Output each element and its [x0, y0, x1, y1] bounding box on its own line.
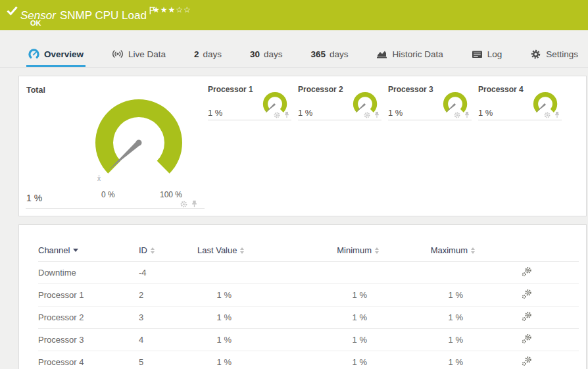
- column-header-settings: [475, 245, 579, 262]
- gauge-arc: [443, 92, 467, 112]
- tab-bar: Overview Live Data 2 days 30 days 365 da…: [0, 41, 588, 68]
- gauge-label: Processor 2: [298, 85, 343, 94]
- gauge-cell-processor-1: Processor 1 1 %: [208, 77, 291, 120]
- total-gauge: x̄: [83, 97, 195, 195]
- channel-settings-gears-icon[interactable]: [522, 266, 532, 277]
- channel-id: 2: [139, 284, 197, 307]
- tab-historic-data[interactable]: Historic Data: [374, 41, 445, 67]
- gauge-pin-icon[interactable]: [554, 111, 560, 118]
- gauge-arc: [533, 92, 557, 112]
- gauge-settings-gear-icon[interactable]: [364, 112, 370, 118]
- gauge-label: Total: [26, 86, 45, 95]
- sensor-header: SensorSNMP CPU Load ★★★☆☆ OK: [0, 0, 588, 30]
- tab-settings[interactable]: Settings: [528, 41, 580, 67]
- tab-30-days[interactable]: 30 days: [248, 41, 285, 67]
- channel-minimum: 1 %: [243, 284, 379, 307]
- gauge-pin-icon[interactable]: [374, 111, 380, 118]
- gauges-panel: Total x̄ 0 % 100 % 1 % Processor 1: [18, 76, 587, 216]
- gauge-mean-marker: x̄: [97, 175, 101, 182]
- gauge-settings-gear-icon[interactable]: [274, 112, 280, 118]
- channel-maximum: 1 %: [379, 351, 475, 369]
- channel-name: Processor 3: [38, 329, 139, 351]
- tab-365-days[interactable]: 365 days: [308, 41, 350, 67]
- channel-name: Processor 4: [38, 351, 139, 369]
- gauge-arc: [263, 92, 287, 112]
- gauge-label: Processor 1: [208, 85, 253, 94]
- status-ok-check-icon: [7, 6, 18, 18]
- live-data-icon: [112, 49, 124, 59]
- column-header-maximum[interactable]: Maximum: [379, 245, 475, 262]
- column-header-minimum[interactable]: Minimum: [243, 245, 379, 262]
- gauge-arc: [353, 92, 377, 112]
- log-icon: [472, 49, 483, 59]
- channel-minimum: 1 %: [243, 351, 379, 369]
- channel-last-value: 1 %: [197, 329, 243, 351]
- sensor-name: SNMP CPU Load: [60, 9, 147, 22]
- channel-maximum: [379, 262, 475, 284]
- channel-last-value: 1 %: [197, 284, 243, 307]
- channel-name: Downtime: [38, 262, 139, 284]
- gauge-settings-gear-icon[interactable]: [454, 112, 460, 118]
- gauge-settings-gear-icon[interactable]: [180, 201, 187, 208]
- channel-name: Processor 1: [38, 284, 139, 307]
- column-header-id[interactable]: ID: [139, 245, 197, 262]
- channel-id: 3: [139, 307, 197, 329]
- table-row-processor-1: Processor 1 2 1 % 1 % 1 %: [38, 284, 579, 307]
- gauge-value: 1 %: [478, 108, 493, 118]
- table-row-downtime: Downtime -4: [38, 262, 579, 284]
- cell-separator: [26, 208, 205, 209]
- table-row-processor-2: Processor 2 3 1 % 1 % 1 %: [38, 307, 579, 329]
- gauge-value: 1 %: [208, 108, 222, 118]
- gauge-label: Processor 4: [478, 85, 524, 94]
- channel-id: 5: [139, 351, 197, 369]
- channel-maximum: 1 %: [379, 329, 475, 351]
- channel-minimum: [243, 262, 379, 284]
- channel-id: -4: [139, 262, 197, 284]
- gauge-cell-processor-3: Processor 3 1 %: [388, 77, 472, 120]
- channel-maximum: 1 %: [379, 284, 475, 307]
- tab-overview[interactable]: Overview: [26, 41, 86, 67]
- column-header-channel[interactable]: Channel: [38, 245, 139, 262]
- channel-last-value: [197, 262, 243, 284]
- sort-icon: [151, 247, 155, 254]
- sort-icon: [375, 247, 379, 254]
- channel-last-value: 1 %: [197, 307, 243, 329]
- tab-live-data[interactable]: Live Data: [110, 41, 168, 67]
- gauge-pin-icon[interactable]: [283, 111, 290, 118]
- table-row-processor-3: Processor 3 4 1 % 1 % 1 %: [38, 329, 579, 351]
- gauge-value: 1 %: [388, 108, 403, 118]
- channel-minimum: 1 %: [243, 307, 379, 329]
- gauge-cell-processor-4: Processor 4 1 %: [478, 77, 562, 120]
- gauge-scale-max: 100 %: [160, 190, 182, 199]
- gauge-cell-processor-2: Processor 2 1 %: [298, 77, 381, 120]
- channel-settings-gears-icon[interactable]: [522, 289, 532, 299]
- sort-desc-icon: [73, 249, 78, 252]
- channel-settings-gears-icon[interactable]: [522, 333, 532, 344]
- channels-table: Channel ID Last Value Minimum Maximum Do…: [38, 245, 579, 369]
- gauge-pin-icon[interactable]: [464, 111, 470, 118]
- area-chart-icon: [376, 49, 387, 59]
- priority-stars[interactable]: ★★★☆☆: [153, 5, 191, 14]
- column-header-last-value[interactable]: Last Value: [197, 245, 243, 262]
- channels-panel: Channel ID Last Value Minimum Maximum Do…: [18, 224, 587, 369]
- gauge-needle-hub: [136, 140, 142, 146]
- channel-id: 4: [139, 329, 197, 351]
- gauge-label: Processor 3: [388, 85, 433, 94]
- channel-maximum: 1 %: [379, 307, 475, 329]
- gauge-pin-icon[interactable]: [191, 200, 198, 208]
- gauge-icon: [28, 49, 39, 60]
- gauge-scale-min: 0 %: [101, 190, 115, 199]
- gauge-settings-gear-icon[interactable]: [544, 112, 551, 118]
- gauge-arc: [95, 99, 182, 174]
- channel-minimum: 1 %: [243, 329, 379, 351]
- sensor-status-badge: OK: [30, 19, 41, 27]
- tab-log[interactable]: Log: [470, 41, 504, 67]
- channel-settings-gears-icon[interactable]: [522, 356, 532, 366]
- gauge-cell-total: Total x̄ 0 % 100 % 1 %: [20, 77, 206, 209]
- tab-2-days[interactable]: 2 days: [192, 41, 224, 67]
- gear-icon: [530, 49, 541, 60]
- channel-settings-gears-icon[interactable]: [522, 311, 532, 322]
- sort-icon: [240, 247, 244, 254]
- channel-last-value: 1 %: [197, 351, 243, 369]
- table-header-row: Channel ID Last Value Minimum Maximum: [38, 245, 579, 262]
